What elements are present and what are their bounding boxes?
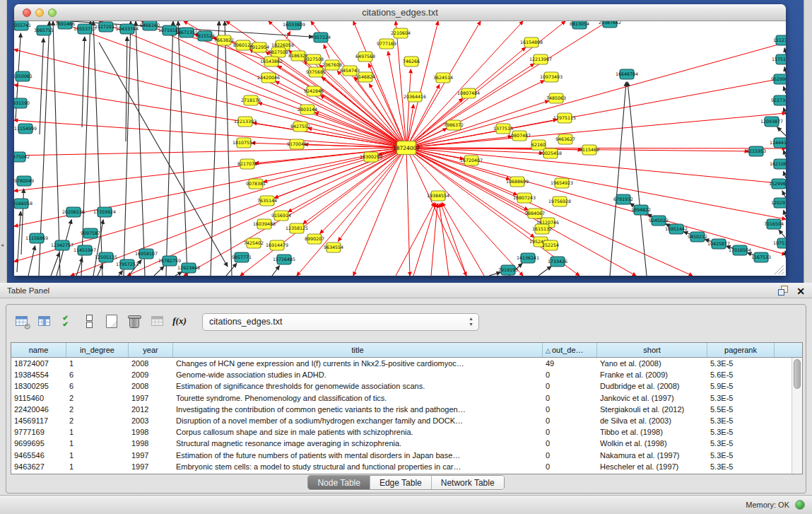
graph-node-label: 6791932 [613, 197, 633, 201]
cell-year: 2009 [129, 369, 173, 380]
graph-node-label: 3065751 [34, 28, 54, 33]
table-row[interactable]: 2242004622012Investigating the contribut… [11, 404, 802, 415]
network-window-titlebar[interactable]: citations_edges.txt [14, 4, 786, 21]
table-row[interactable]: 1456911722003Disruption of a novel membe… [11, 415, 802, 426]
cell-year: 2008 [129, 380, 173, 392]
graph-node-label: 12342757 [51, 243, 73, 247]
cell-short: Dudbridge et al. (2008) [597, 380, 707, 392]
citation-graph[interactable]: 2055741306575176914661055371715272017204… [14, 21, 786, 276]
cell-name: 14569117 [11, 415, 66, 426]
graph-edge [413, 100, 548, 145]
graph-node-label: 2803144 [298, 107, 317, 112]
graph-edge [154, 267, 164, 276]
table-panel-title: Table Panel [7, 283, 49, 298]
table-row[interactable]: 1938455462009Genome-wide association stu… [11, 369, 802, 380]
graph-node-label: 19756928 [548, 199, 571, 204]
column-header-short[interactable]: short [597, 343, 707, 357]
graph-node-label: 9375685 [306, 69, 326, 74]
table-row[interactable]: 946362711997Embryonic stem cells: a mode… [11, 461, 802, 472]
graph-node-label: 8990207 [305, 236, 324, 241]
cell-pagerank: 5.9E-5 [707, 380, 775, 392]
graph-edge [784, 171, 786, 178]
graph-node-label: 17957253 [116, 262, 139, 267]
column-visibility-icon[interactable] [35, 312, 53, 330]
new-file-icon[interactable] [102, 312, 121, 330]
table-row[interactable]: 969969511998Structural magnetic resonanc… [11, 438, 802, 449]
table-row[interactable]: 911546021997Tourette syndrome. Phenomeno… [11, 392, 802, 404]
minimize-window-button[interactable] [35, 8, 44, 17]
scrollbar-thumb[interactable] [794, 359, 801, 389]
table-row[interactable]: 946554611997Estimation of the future num… [11, 450, 802, 461]
graph-node-label: 12475042 [14, 154, 30, 159]
column-header-title[interactable]: title [173, 343, 543, 357]
close-window-button[interactable] [23, 8, 31, 17]
column-header-in_degree[interactable]: in_degree [66, 343, 129, 357]
graph-edge [119, 271, 122, 276]
rows-icon[interactable] [80, 312, 98, 330]
table-settings-icon[interactable] [12, 312, 30, 330]
network-view-window[interactable]: citations_edges.txt 20557413065751769146… [14, 4, 786, 276]
cell-short: de Silva et al. (2003) [597, 415, 707, 426]
column-header-name[interactable]: name [11, 343, 66, 357]
graph-node-label: 1350061 [14, 74, 33, 78]
table-panel-header: Table Panel ✕ [0, 283, 812, 298]
collapse-arrow-icon[interactable]: ◂ [1, 242, 4, 248]
dropdown-stepper-icon: ▲▼ [469, 316, 473, 327]
graph-node-label: 1529966 [769, 181, 786, 186]
memory-status-indicator[interactable] [795, 500, 805, 510]
graph-edge [178, 21, 187, 276]
graph-node-label: 9146824 [355, 74, 375, 79]
tab-network-table[interactable]: Network Table [431, 476, 504, 489]
delete-icon[interactable] [125, 312, 143, 330]
graph-node-label: 18724007 [393, 145, 420, 151]
cell-out_de: 0 [543, 415, 597, 426]
close-icon[interactable]: ✕ [796, 284, 805, 299]
table-selector-dropdown[interactable]: citations_edges.txt ▲▼ [202, 313, 479, 331]
zoom-window-button[interactable] [48, 8, 57, 17]
graph-node-label: 10973493 [540, 74, 563, 79]
cell-out_de: 0 [543, 426, 597, 438]
application-window: ◂ citations_edges.txt 20557413065751 [0, 0, 812, 514]
vertical-scrollbar[interactable] [792, 358, 802, 474]
cell-title: Embryonic stem cells: a model to study s… [173, 461, 543, 472]
graph-edge [272, 266, 279, 276]
cell-in_degree: 6 [66, 380, 129, 392]
memory-status-label: Memory: OK [746, 501, 789, 509]
graph-edge [413, 148, 786, 184]
tab-node-table[interactable]: Node Table [308, 476, 370, 489]
float-window-icon[interactable] [778, 286, 788, 296]
resize-grip-icon[interactable] [775, 265, 784, 274]
table-row[interactable]: 977716911998Corpus callosum shape and si… [11, 426, 802, 438]
graph-node-label: 16154808 [520, 40, 543, 45]
graph-node-label: 9156914 [271, 213, 291, 218]
cell-title: Estimation of significance thresholds fo… [173, 380, 543, 392]
function-builder-icon[interactable] [170, 312, 189, 330]
cell-short: Yano et al. (2008) [597, 358, 707, 369]
column-header-out_de[interactable]: △out_de… [543, 343, 597, 357]
graph-node-label: 16958107 [135, 251, 158, 256]
graph-node-label: 9327508 [304, 57, 324, 62]
table-body: 1872400712008Changes of HCN gene express… [11, 358, 802, 472]
column-header-year[interactable]: year [129, 343, 173, 357]
graph-edge [489, 272, 500, 276]
graph-node-label: 19384554 [427, 193, 449, 198]
table-row[interactable]: 1830029562008Estimation of significance … [11, 380, 802, 392]
graph-edge [784, 48, 786, 54]
table-row[interactable]: 1872400712008Changes of HCN gene express… [11, 358, 802, 369]
select-rows-icon[interactable] [57, 312, 76, 330]
graph-edge [166, 21, 173, 276]
right-splitter-strip[interactable] [804, 0, 812, 283]
graph-node-label: 9827508 [269, 49, 288, 54]
import-table-icon[interactable] [148, 312, 166, 330]
graph-node-label: 16648784 [616, 71, 638, 76]
graph-edge [388, 52, 405, 141]
graph-node-label: 12923448 [177, 265, 200, 270]
network-canvas[interactable]: 2055741306575176914661055371715272017204… [14, 21, 786, 276]
graph-edge [53, 21, 60, 276]
cell-title: Genome-wide association studies in ADHD. [173, 369, 543, 380]
tab-edge-table[interactable]: Edge Table [370, 476, 431, 489]
graph-node-label: 12505135 [95, 255, 117, 259]
left-splitter-strip[interactable]: ◂ [0, 0, 7, 283]
column-header-pagerank[interactable]: pagerank [707, 343, 775, 357]
graph-node-label: 3624514 [433, 75, 453, 80]
